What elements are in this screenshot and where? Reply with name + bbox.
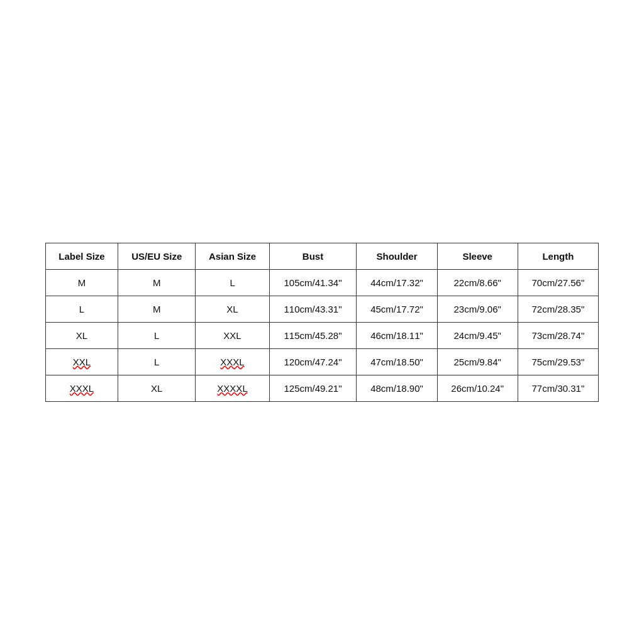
cell-sleeve: 26cm/10.24"	[437, 375, 518, 401]
cell-bust: 110cm/43.31"	[269, 296, 357, 322]
cell-asian_size: XXXXL	[196, 375, 269, 401]
cell-shoulder: 47cm/18.50"	[357, 348, 437, 375]
table-row: XLLXXL115cm/45.28"46cm/18.11"24cm/9.45"7…	[46, 322, 599, 348]
size-chart-container: Label Size US/EU Size Asian Size Bust Sh…	[45, 243, 599, 402]
cell-label_size: M	[46, 269, 118, 296]
cell-us_eu_size: L	[118, 348, 196, 375]
cell-us_eu_size: M	[118, 296, 196, 322]
cell-us_eu_size: L	[118, 322, 196, 348]
cell-shoulder: 44cm/17.32"	[357, 269, 437, 296]
cell-bust: 115cm/45.28"	[269, 322, 357, 348]
cell-us_eu_size: XL	[118, 375, 196, 401]
table-row: XXXLXLXXXXL125cm/49.21"48cm/18.90"26cm/1…	[46, 375, 599, 401]
cell-length: 75cm/29.53"	[518, 348, 598, 375]
col-header-sleeve: Sleeve	[437, 243, 518, 269]
cell-shoulder: 45cm/17.72"	[357, 296, 437, 322]
cell-length: 72cm/28.35"	[518, 296, 598, 322]
table-header-row: Label Size US/EU Size Asian Size Bust Sh…	[46, 243, 599, 269]
cell-shoulder: 48cm/18.90"	[357, 375, 437, 401]
cell-bust: 120cm/47.24"	[269, 348, 357, 375]
table-row: LMXL110cm/43.31"45cm/17.72"23cm/9.06"72c…	[46, 296, 599, 322]
table-row: XXLLXXXL120cm/47.24"47cm/18.50"25cm/9.84…	[46, 348, 599, 375]
table-row: MML105cm/41.34"44cm/17.32"22cm/8.66"70cm…	[46, 269, 599, 296]
cell-label_size: XXL	[46, 348, 118, 375]
cell-label_size: XL	[46, 322, 118, 348]
cell-bust: 105cm/41.34"	[269, 269, 357, 296]
cell-length: 73cm/28.74"	[518, 322, 598, 348]
cell-asian_size: XXXL	[196, 348, 269, 375]
cell-us_eu_size: M	[118, 269, 196, 296]
cell-asian_size: L	[196, 269, 269, 296]
cell-shoulder: 46cm/18.11"	[357, 322, 437, 348]
cell-sleeve: 25cm/9.84"	[437, 348, 518, 375]
cell-length: 70cm/27.56"	[518, 269, 598, 296]
cell-asian_size: XXL	[196, 322, 269, 348]
col-header-us-eu-size: US/EU Size	[118, 243, 196, 269]
col-header-label-size: Label Size	[46, 243, 118, 269]
cell-sleeve: 24cm/9.45"	[437, 322, 518, 348]
col-header-asian-size: Asian Size	[196, 243, 269, 269]
cell-label_size: XXXL	[46, 375, 118, 401]
col-header-bust: Bust	[269, 243, 357, 269]
cell-bust: 125cm/49.21"	[269, 375, 357, 401]
size-chart-table: Label Size US/EU Size Asian Size Bust Sh…	[45, 243, 599, 402]
col-header-shoulder: Shoulder	[357, 243, 437, 269]
cell-length: 77cm/30.31"	[518, 375, 598, 401]
col-header-length: Length	[518, 243, 598, 269]
cell-label_size: L	[46, 296, 118, 322]
cell-sleeve: 22cm/8.66"	[437, 269, 518, 296]
cell-sleeve: 23cm/9.06"	[437, 296, 518, 322]
cell-asian_size: XL	[196, 296, 269, 322]
